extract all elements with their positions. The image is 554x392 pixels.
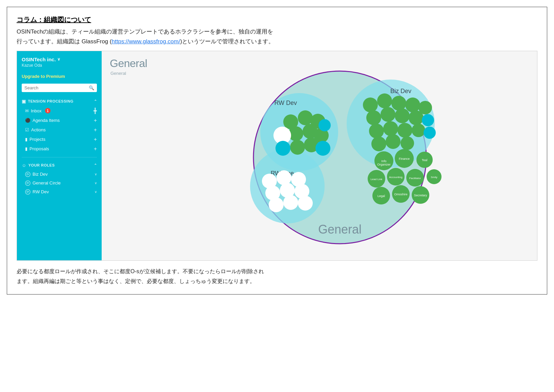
inbox-label: Inbox xyxy=(31,108,42,113)
role-rwdev-chevron: ∨ xyxy=(95,190,97,194)
role-leadlink-label: Lead Link xyxy=(370,178,383,181)
bizdev-dot-11 xyxy=(383,121,398,136)
bizdev-dot-1 xyxy=(363,97,378,112)
sidebar-item-actions[interactable]: ☑ Actions + xyxy=(17,125,102,135)
roles-label: YOUR ROLES xyxy=(28,163,55,167)
role-bizdev-label: Biz Dev xyxy=(33,172,48,177)
search-bar[interactable]: 🔍 xyxy=(22,84,97,92)
bizdev-dot-3 xyxy=(391,96,406,111)
tension-section-header: ▣ TENSION PROCESSING ⌃ xyxy=(17,97,102,106)
role-omoshire-label: Omoshire xyxy=(394,193,407,196)
title-text: コラム：組織図について xyxy=(17,16,91,23)
sidebar-item-proposals[interactable]: ▮ Proposals + xyxy=(17,144,102,154)
role-rwdev-icon: ⟳ xyxy=(25,189,30,195)
desc-line2-start: 行っています。組織図は GlassFrog ( xyxy=(17,38,112,45)
proposals-icon: ▮ xyxy=(25,146,27,151)
bizdev-dot-16 xyxy=(401,136,414,150)
rwdev-dot-7 xyxy=(290,140,305,155)
sidebar-role-bizdev[interactable]: ⟳ Biz Dev ∨ xyxy=(17,170,102,179)
bizdev-dot-7 xyxy=(381,107,395,122)
page-title: コラム：組織図について xyxy=(17,15,537,24)
desc-line1: OSINTechの組織は、ティール組織の運営テンプレートであるホラクラシーを参考… xyxy=(17,28,273,35)
upgrade-link[interactable]: Upgrade to Premium xyxy=(22,74,97,79)
sidebar-item-projects[interactable]: ▮ Projects + xyxy=(17,135,102,144)
title-section: コラム：組織図について OSINTechの組織は、ティール組織の運営テンプレート… xyxy=(17,15,537,47)
roles-section: ☺ YOUR ROLES ⌃ ⟳ Biz Dev ∨ ⟳ General C xyxy=(17,159,102,198)
bizdev-dot-6 xyxy=(366,110,381,125)
footer-line1: 必要になる都度ロールが作成され、そこに都度O-sが立候補します。不要になったらロ… xyxy=(17,268,264,274)
sidebar-item-inbox[interactable]: ✉ Inbox 1 ╋ xyxy=(17,106,102,116)
main-content: OSINTech inc. ∨ Kazue Oda Upgrade to Pre… xyxy=(17,51,537,261)
tension-collapse-icon[interactable]: ⌃ xyxy=(94,99,97,104)
bizdev-dot-10 xyxy=(369,124,384,138)
rwdev-teal-dot-1 xyxy=(275,141,290,156)
role-bizdev-chevron: ∨ xyxy=(95,172,97,176)
diagram-container: General RW Dev Biz Dev RW Ope xyxy=(129,58,530,257)
agenda-add-icon[interactable]: + xyxy=(94,117,97,124)
rwope-white-9 xyxy=(298,196,313,211)
projects-add-icon[interactable]: + xyxy=(94,136,97,143)
proposals-add-icon[interactable]: + xyxy=(94,146,97,152)
sidebar-divider xyxy=(22,157,97,157)
inbox-add-icon[interactable]: ╋ xyxy=(94,108,97,114)
sidebar-header: OSINTech inc. ∨ Kazue Oda xyxy=(17,51,102,70)
role-general-icon: ⟳ xyxy=(25,180,30,186)
inbox-icon: ✉ xyxy=(25,108,29,113)
roles-icon: ☺ xyxy=(22,163,26,168)
right-panel: General General General RW Dev Biz Dev xyxy=(102,51,537,260)
projects-label: Projects xyxy=(29,137,45,142)
actions-add-icon[interactable]: + xyxy=(94,127,97,133)
role-legal-label: Legal xyxy=(377,194,385,198)
role-teal-label: Teal xyxy=(422,158,427,162)
biz-dev-label: Biz Dev xyxy=(390,88,411,94)
org-name[interactable]: OSINTech inc. ∨ xyxy=(22,57,97,62)
agenda-icon: ⚫ xyxy=(25,118,30,123)
desc-line2-end: )というツールで管理されています。 xyxy=(180,38,274,45)
sidebar: OSINTech inc. ∨ Kazue Oda Upgrade to Pre… xyxy=(17,51,102,260)
rwdev-teal-dot-2 xyxy=(315,141,330,156)
actions-icon: ☑ xyxy=(25,127,29,132)
agenda-label: Agenda Items xyxy=(33,118,60,123)
sidebar-role-rwdev[interactable]: ⟳ RW Dev ∨ xyxy=(17,188,102,196)
role-bizdev-icon: ⟳ xyxy=(25,172,30,177)
rwdev-dot-2 xyxy=(298,110,313,125)
sidebar-item-agenda[interactable]: ⚫ Agenda Items + xyxy=(17,116,102,125)
page-container: コラム：組織図について OSINTechの組織は、ティール組織の運営テンプレート… xyxy=(7,7,547,295)
bizdev-dot-14 xyxy=(371,136,386,151)
rwope-white-7 xyxy=(269,197,284,212)
diagram-subtitle: General xyxy=(110,71,126,76)
role-facilitator-label: Facilitator xyxy=(409,177,421,180)
general-bottom-label: General xyxy=(318,222,361,236)
bizdev-dot-8 xyxy=(395,108,410,123)
projects-icon: ▮ xyxy=(25,137,27,142)
search-icon: 🔍 xyxy=(86,84,97,92)
bizdev-dot-2 xyxy=(377,93,392,108)
rwope-white-8 xyxy=(283,195,298,210)
role-general-label: General Circle xyxy=(33,180,61,186)
roles-collapse-icon[interactable]: ⌃ xyxy=(94,163,97,168)
tension-section: ▣ TENSION PROCESSING ⌃ ✉ Inbox 1 ╋ ⚫ xyxy=(17,95,102,155)
bizdev-teal-2 xyxy=(424,127,436,139)
sidebar-role-general[interactable]: ⟳ General Circle ∨ xyxy=(17,179,102,188)
footer: 必要になる都度ロールが作成され、そこに都度O-sが立候補します。不要になったらロ… xyxy=(17,267,537,286)
tension-label: TENSION PROCESSING xyxy=(28,99,74,103)
bizdev-dot-15 xyxy=(386,134,401,149)
bizdev-dot-13 xyxy=(412,124,425,137)
role-general-chevron: ∨ xyxy=(95,181,97,185)
rwdev-teal-dot-3 xyxy=(319,119,331,131)
actions-label: Actions xyxy=(31,127,46,132)
roles-section-header: ☺ YOUR ROLES ⌃ xyxy=(17,161,102,170)
footer-line2: ます。組織再編は期ごと等という事はなく、定例で、必要な都度、しょっちゅう変更にな… xyxy=(17,278,255,284)
rw-dev-label: RW Dev xyxy=(274,100,297,106)
search-input[interactable] xyxy=(22,84,86,92)
glassfrog-link[interactable]: https://www.glassfrog.com/ xyxy=(112,38,180,45)
org-name-text: OSINTech inc. xyxy=(22,57,56,62)
bizdev-teal-1 xyxy=(422,114,434,126)
role-secretary-label: Secretary xyxy=(414,194,427,197)
role-accounting-label: Accounting xyxy=(389,176,403,179)
org-chevron-icon: ∨ xyxy=(57,57,60,62)
role-info-org-label: Info xyxy=(381,159,386,163)
description: OSINTechの組織は、ティール組織の運営テンプレートであるホラクラシーを参考… xyxy=(17,27,537,47)
org-diagram-svg: General RW Dev Biz Dev RW Ope xyxy=(191,61,469,254)
user-name: Kazue Oda xyxy=(22,63,97,68)
